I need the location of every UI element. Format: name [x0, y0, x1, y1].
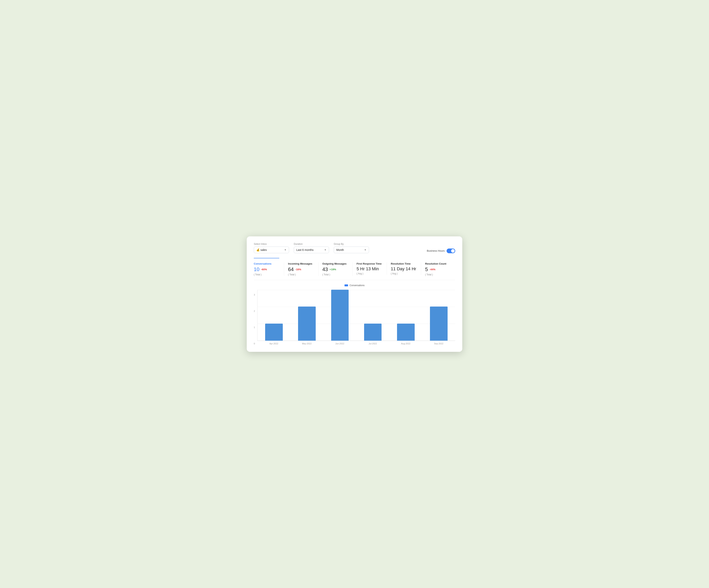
duration-label: Duration: [294, 242, 329, 246]
inbox-value: 💰 sales: [256, 248, 267, 252]
duration-value: Last 6 months: [296, 248, 314, 252]
groupby-select[interactable]: Month ▼: [334, 247, 369, 253]
metric-value-resolution-count: 5: [425, 266, 428, 273]
metric-value-resolution-time: 11 Day 14 Hr: [391, 266, 416, 272]
chart-inner: Apr-2022May-2022Jun-2022Jul-2022Aug-2022…: [257, 290, 455, 345]
groupby-filter-group: Group By Month ▼: [334, 242, 369, 253]
chart-legend: Conversations: [254, 284, 455, 287]
x-labels: Apr-2022May-2022Jun-2022Jul-2022Aug-2022…: [257, 341, 455, 345]
bar-group: [357, 324, 389, 341]
metric-value-first-response: 5 Hr 13 Min: [357, 266, 379, 272]
metric-sub-resolution-count: ( Total ): [425, 273, 451, 276]
metric-value-row-conversations: 10 -60%: [254, 266, 280, 273]
chart-container: 0123 Apr-2022May-2022Jun-2022Jul-2022Aug…: [254, 290, 455, 345]
y-axis-label: 0: [254, 342, 255, 345]
metrics-row: Conversations 10 -60% ( Total ) Incoming…: [254, 262, 455, 280]
metric-label-first-response: First Response Time: [357, 262, 383, 265]
metric-label-resolution-count: Resolution Count: [425, 262, 451, 265]
groupby-label: Group By: [334, 242, 369, 246]
x-axis-label: Sep-2022: [422, 341, 455, 345]
metric-value-row-outgoing: 43 +19%: [322, 266, 349, 273]
y-axis-label: 2: [254, 310, 255, 312]
bar-group: [422, 307, 455, 340]
x-axis-label: Apr-2022: [257, 341, 290, 345]
metric-incoming[interactable]: Incoming Messages 64 -16% ( Total ): [288, 262, 318, 276]
chart-bar[interactable]: [430, 307, 448, 340]
inbox-chevron-icon: ▼: [284, 249, 287, 251]
metric-badge-conversations: -60%: [261, 268, 267, 271]
chart-bars: [257, 290, 455, 341]
metric-sub-resolution-time: ( Avg ): [391, 272, 417, 275]
bar-group: [290, 307, 323, 340]
metric-outgoing[interactable]: Outgoing Messages 43 +19% ( Total ): [322, 262, 353, 276]
filters-row: Select Inbox 💰 sales ▼ Duration Last 6 m…: [254, 242, 455, 253]
metric-resolution-time[interactable]: Resolution Time 11 Day 14 Hr ( Avg ): [391, 262, 421, 275]
chart-area: Conversations 0123 Apr-2022May-2022Jun-2…: [254, 284, 455, 345]
metric-value-row-first-response: 5 Hr 13 Min: [357, 266, 383, 272]
business-hours-group: Business Hours: [427, 249, 455, 253]
legend-label: Conversations: [349, 284, 365, 287]
metric-first-response[interactable]: First Response Time 5 Hr 13 Min ( Avg ): [357, 262, 387, 275]
bar-group: [258, 324, 290, 341]
metric-resolution-count[interactable]: Resolution Count 5 -44% ( Total ): [425, 262, 455, 276]
metric-label-resolution-time: Resolution Time: [391, 262, 417, 265]
bar-group: [389, 324, 422, 341]
metric-sub-conversations: ( Total ): [254, 273, 280, 276]
metric-label-outgoing: Outgoing Messages: [322, 262, 349, 265]
chart-bar[interactable]: [364, 324, 382, 341]
metric-badge-incoming: -16%: [295, 268, 301, 271]
metric-conversations[interactable]: Conversations 10 -60% ( Total ): [254, 262, 284, 276]
inbox-filter-group: Select Inbox 💰 sales ▼: [254, 242, 289, 253]
x-axis-label: Jul-2022: [356, 341, 389, 345]
main-card: Select Inbox 💰 sales ▼ Duration Last 6 m…: [247, 236, 462, 352]
metric-label-conversations: Conversations: [254, 262, 280, 265]
metric-badge-outgoing: +19%: [330, 268, 336, 271]
y-axis: 0123: [254, 294, 255, 345]
chart-bar[interactable]: [331, 290, 349, 341]
inbox-select[interactable]: 💰 sales ▼: [254, 247, 289, 253]
business-hours-toggle[interactable]: [447, 249, 455, 253]
x-axis-label: Aug-2022: [389, 341, 422, 345]
x-axis-label: May-2022: [290, 341, 323, 345]
inbox-label: Select Inbox: [254, 242, 289, 246]
metric-sub-first-response: ( Avg ): [357, 272, 383, 275]
duration-chevron-icon: ▼: [324, 249, 326, 251]
groupby-chevron-icon: ▼: [364, 249, 366, 251]
chart-bar[interactable]: [298, 307, 316, 340]
metric-value-row-incoming: 64 -16%: [288, 266, 314, 273]
metric-value-row-resolution-time: 11 Day 14 Hr: [391, 266, 417, 272]
grid-line: [258, 290, 455, 290]
x-axis-label: Jun-2022: [323, 341, 356, 345]
bar-group: [323, 290, 356, 341]
chart-bar[interactable]: [397, 324, 415, 341]
y-axis-label: 3: [254, 294, 255, 296]
metric-value-row-resolution-count: 5 -44%: [425, 266, 451, 273]
business-hours-label: Business Hours: [427, 249, 445, 252]
metric-badge-resolution-count: -44%: [429, 268, 436, 271]
active-tab-indicator: [254, 258, 279, 258]
metric-sub-outgoing: ( Total ): [322, 273, 349, 276]
metric-value-outgoing: 43: [322, 266, 328, 273]
duration-select[interactable]: Last 6 months ▼: [294, 247, 329, 253]
y-axis-label: 1: [254, 326, 255, 329]
legend-dot: [344, 284, 348, 286]
groupby-value: Month: [336, 248, 344, 252]
metric-value-incoming: 64: [288, 266, 294, 273]
duration-filter-group: Duration Last 6 months ▼: [294, 242, 329, 253]
metric-value-conversations: 10: [254, 266, 259, 273]
chart-bar[interactable]: [265, 324, 283, 341]
metric-label-incoming: Incoming Messages: [288, 262, 314, 265]
metric-sub-incoming: ( Total ): [288, 273, 314, 276]
